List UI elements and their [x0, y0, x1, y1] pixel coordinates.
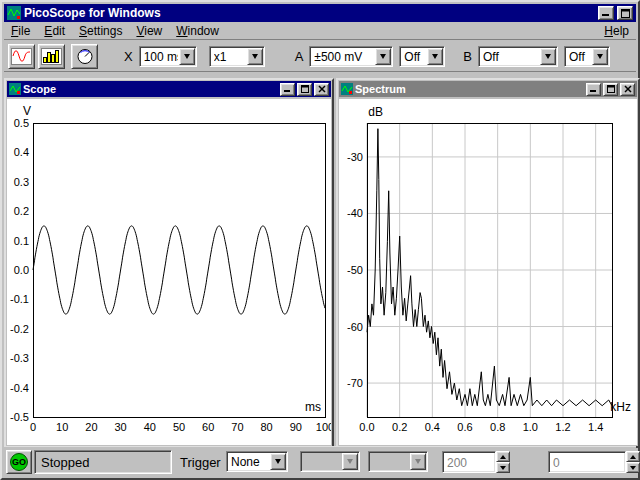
minimize-icon [602, 9, 610, 17]
scope-view-button[interactable] [8, 44, 35, 69]
svg-text:70: 70 [231, 421, 243, 433]
scope-window-title: Scope [23, 83, 278, 95]
chevron-down-icon [597, 54, 603, 59]
spectrum-window-title: Spectrum [355, 83, 584, 95]
scope-window: Scope 0.50.40.30.20.10.0-0.1-0.2-0.3-0.4… [4, 78, 334, 448]
svg-text:0.5: 0.5 [14, 117, 29, 129]
meter-gauge-icon [76, 48, 94, 65]
minimize-icon [590, 86, 597, 93]
maximize-icon [621, 9, 630, 18]
spectrum-maximize-button[interactable] [603, 83, 618, 96]
app-icon [7, 6, 21, 20]
svg-text:-40: -40 [347, 207, 363, 219]
channel-a-range-value: ±500 mV [314, 50, 374, 64]
scope-titlebar[interactable]: Scope [7, 81, 331, 97]
svg-text:1.0: 1.0 [523, 421, 538, 433]
spectrum-window-icon [341, 83, 353, 95]
spectrum-titlebar[interactable]: Spectrum [339, 81, 637, 97]
menu-help[interactable]: Help [597, 23, 636, 39]
timebase-dropdown-button[interactable] [179, 48, 195, 65]
window-title: PicoScope for Windows [24, 6, 595, 20]
arrow-down-icon [630, 466, 636, 473]
menu-window[interactable]: Window [169, 23, 226, 39]
svg-text:90: 90 [290, 421, 302, 433]
svg-text:10: 10 [56, 421, 68, 433]
channel-b-range-select[interactable]: Off [478, 46, 558, 67]
spectrum-bars-icon [41, 48, 62, 65]
svg-text:50: 50 [173, 421, 185, 433]
svg-text:-0.1: -0.1 [10, 293, 29, 305]
spectrum-window: Spectrum -30-40-50-60-700.00.20.40.60.81… [336, 78, 640, 448]
svg-text:0.4: 0.4 [425, 421, 440, 433]
svg-text:0: 0 [30, 421, 36, 433]
trigger-threshold-control: 200 [442, 451, 510, 473]
spectrum-chart: -30-40-50-60-700.00.20.40.60.81.01.21.4d… [339, 99, 637, 445]
scope-maximize-button[interactable] [297, 83, 312, 96]
svg-text:0.1: 0.1 [14, 235, 29, 247]
svg-text:0.8: 0.8 [490, 421, 505, 433]
channel-a-range-dropdown-button[interactable] [375, 48, 391, 65]
svg-text:0.0: 0.0 [14, 264, 29, 276]
svg-text:30: 30 [114, 421, 126, 433]
trigger-mode-dropdown-button[interactable] [270, 453, 286, 470]
svg-text:V: V [23, 104, 31, 118]
trigger-label: Trigger [180, 455, 221, 470]
menu-view[interactable]: View [129, 23, 169, 39]
channel-b-range-dropdown-button[interactable] [540, 48, 556, 65]
status-field: Stopped [34, 450, 172, 474]
spectrum-view-button[interactable] [38, 44, 65, 69]
spectrum-minimize-button[interactable] [586, 83, 601, 96]
minimize-button[interactable] [598, 6, 614, 20]
maximize-icon [301, 85, 309, 93]
close-icon [624, 85, 632, 93]
timebase-select[interactable]: 100 ms [139, 46, 197, 67]
meter-view-button[interactable] [71, 44, 98, 69]
multiplier-select[interactable]: x1 [209, 46, 265, 67]
channel-a-mode-dropdown-button[interactable] [427, 48, 443, 65]
svg-text:0.6: 0.6 [457, 421, 472, 433]
svg-text:-50: -50 [347, 264, 363, 276]
chevron-down-icon [415, 459, 421, 464]
svg-text:-30: -30 [347, 151, 363, 163]
channel-a-mode-select[interactable]: Off [399, 46, 445, 67]
main-titlebar: PicoScope for Windows [4, 4, 636, 22]
channel-b-mode-value: Off [569, 50, 591, 64]
svg-text:80: 80 [260, 421, 272, 433]
multiplier-value: x1 [214, 50, 246, 64]
picoscope-window: PicoScope for Windows File Edit Settings… [0, 0, 640, 480]
spectrum-close-button[interactable] [620, 83, 635, 96]
menu-settings[interactable]: Settings [72, 23, 129, 39]
scope-close-button[interactable] [314, 83, 329, 96]
channel-a-mode-value: Off [404, 50, 426, 64]
channel-b-mode-select[interactable]: Off [564, 46, 610, 67]
svg-text:40: 40 [144, 421, 156, 433]
go-button[interactable]: GO [6, 450, 32, 474]
scope-window-icon [9, 83, 21, 95]
channel-a-range-select[interactable]: ±500 mV [309, 46, 393, 67]
trigger-channel-dropdown-button [342, 453, 358, 470]
multiplier-dropdown-button[interactable] [247, 48, 263, 65]
svg-text:20: 20 [85, 421, 97, 433]
chevron-down-icon [347, 459, 353, 464]
spin-up-button[interactable] [496, 451, 510, 462]
channel-b-mode-dropdown-button[interactable] [592, 48, 608, 65]
channel-a-label: A [295, 49, 304, 64]
maximize-button[interactable] [617, 6, 633, 20]
trigger-delay-control: 0 [548, 451, 640, 473]
chevron-down-icon [380, 54, 386, 59]
svg-text:100: 100 [316, 421, 331, 433]
trigger-delay-field[interactable]: 0 [548, 451, 626, 473]
spin-down-button[interactable] [496, 462, 510, 473]
scope-minimize-button[interactable] [280, 83, 295, 96]
menu-edit[interactable]: Edit [37, 23, 72, 39]
spin-up-button[interactable] [626, 451, 640, 462]
chevron-down-icon [432, 54, 438, 59]
spin-down-button[interactable] [626, 462, 640, 473]
trigger-mode-select[interactable]: None [226, 451, 288, 472]
toolbar: X 100 ms x1 A ±500 mV Off B Off Off [4, 41, 636, 72]
menu-file[interactable]: File [4, 23, 37, 39]
svg-text:dB: dB [368, 105, 383, 119]
scope-chart: 0.50.40.30.20.10.0-0.1-0.2-0.3-0.4-0.501… [7, 99, 331, 445]
trigger-threshold-field[interactable]: 200 [442, 451, 496, 473]
close-icon [318, 85, 326, 93]
